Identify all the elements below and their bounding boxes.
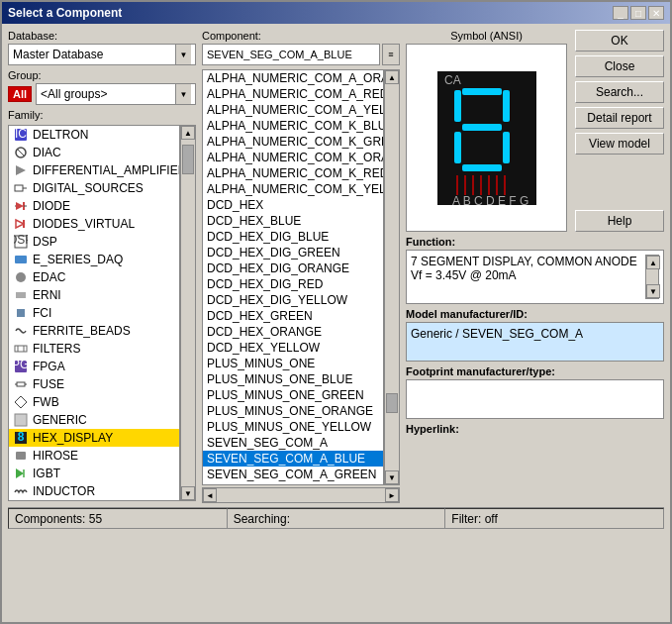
- group-arrow[interactable]: ▼: [175, 84, 191, 104]
- list-item[interactable]: DCD_HEX_DIG_BLUE: [203, 229, 383, 245]
- list-item[interactable]: PLUS_MINUS_ONE_GREEN: [203, 387, 383, 403]
- hscroll-left[interactable]: ◄: [203, 488, 217, 502]
- help-button[interactable]: Help: [575, 210, 664, 232]
- list-item[interactable]: DIAC: [9, 144, 179, 161]
- comp-hscrollbar[interactable]: ◄ ►: [202, 487, 400, 503]
- search-button[interactable]: Search...: [575, 81, 664, 103]
- svg-text:A B C D E F G: A B C D E F G: [452, 194, 528, 208]
- list-item[interactable]: FPGA FPGA: [9, 358, 179, 375]
- list-item[interactable]: IGBT: [9, 465, 179, 482]
- maximize-button[interactable]: □: [630, 6, 646, 20]
- database-combo[interactable]: Master Database ▼: [8, 44, 196, 65]
- comp-scroll-up[interactable]: ▲: [385, 70, 399, 84]
- comp-scrollbar[interactable]: ▲ ▼: [384, 69, 400, 485]
- list-item[interactable]: SEVEN_SEG_COM_A: [203, 435, 383, 451]
- list-item[interactable]: ALPHA_NUMERIC_COM_A_ORANGE: [203, 70, 383, 86]
- svg-rect-38: [454, 132, 461, 163]
- list-item[interactable]: ALPHA_NUMERIC_COM_K_ORANGE: [203, 150, 383, 165]
- list-item[interactable]: DCD_HEX_DIG_RED: [203, 276, 383, 292]
- svg-line-3: [18, 150, 24, 156]
- view-model-button[interactable]: View model: [575, 133, 664, 155]
- ok-button[interactable]: OK: [575, 30, 664, 52]
- hyperlink-label: Hyperlink:: [406, 423, 664, 435]
- fuse-icon: [13, 376, 29, 392]
- list-item[interactable]: DIFFERENTIAL_AMPLIFIER: [9, 161, 179, 179]
- list-item[interactable]: SEVEN_SEG_COM_A_ORANGE: [203, 482, 383, 485]
- diodes-virt-icon: [13, 216, 29, 232]
- function-scrollbar[interactable]: ▲ ▼: [645, 255, 659, 299]
- list-item[interactable]: DCD_HEX_BLUE: [203, 213, 383, 229]
- list-item[interactable]: DIODES_VIRTUAL: [9, 215, 179, 233]
- searching-text: Searching:: [234, 512, 290, 526]
- fn-scroll-down[interactable]: ▼: [646, 284, 660, 298]
- list-item[interactable]: DCD_HEX_DIG_YELLOW: [203, 292, 383, 308]
- list-item[interactable]: PLUS_MINUS_ONE: [203, 356, 383, 371]
- fn-scroll-up[interactable]: ▲: [646, 256, 660, 269]
- list-item[interactable]: DCD_HEX_ORANGE: [203, 324, 383, 340]
- list-item[interactable]: ALPHA_NUMERIC_COM_A_YELLOW: [203, 102, 383, 118]
- family-label: Family:: [8, 109, 196, 121]
- list-item[interactable]: PLUS_MINUS_ONE_BLUE: [203, 371, 383, 387]
- comp-scroll-down[interactable]: ▼: [385, 470, 399, 484]
- group-combo[interactable]: <All groups> ▼: [36, 83, 196, 105]
- list-item[interactable]: PLUS_MINUS_ONE_ORANGE: [203, 403, 383, 419]
- list-item[interactable]: ALPHA_NUMERIC_COM_K_RED: [203, 165, 383, 181]
- family-scroll-wrap: IC DELTRON DIAC DIFFERENTIAL_AMPLIFIER: [8, 125, 196, 501]
- list-item[interactable]: ALPHA_NUMERIC_COM_K_BLUE: [203, 118, 383, 134]
- database-arrow[interactable]: ▼: [175, 45, 191, 64]
- list-item[interactable]: E_SERIES_DAQ: [9, 251, 179, 268]
- ferrite-icon: [13, 323, 29, 339]
- list-item[interactable]: FWB: [9, 393, 179, 411]
- list-item[interactable]: DCD_HEX_DIG_ORANGE: [203, 260, 383, 276]
- list-item[interactable]: DCD_HEX_GREEN: [203, 308, 383, 324]
- svg-rect-19: [15, 346, 27, 352]
- list-item[interactable]: DIODE: [9, 197, 179, 215]
- list-item[interactable]: DIGITAL_SOURCES: [9, 179, 179, 197]
- function-text: 7 SEGMENT DISPLAY, COMMON ANODEVf = 3.45…: [411, 255, 645, 299]
- close-button[interactable]: Close: [575, 55, 664, 77]
- list-item[interactable]: EDAC: [9, 268, 179, 286]
- component-filter-btn[interactable]: ≡: [382, 44, 400, 65]
- close-button[interactable]: ✕: [648, 6, 664, 20]
- list-item[interactable]: SEVEN_SEG_COM_A_GREEN: [203, 467, 383, 482]
- list-item[interactable]: FUSE: [9, 375, 179, 393]
- list-item[interactable]: DCD_HEX_YELLOW: [203, 340, 383, 356]
- group-value: <All groups>: [41, 87, 107, 101]
- list-item[interactable]: HIROSE: [9, 447, 179, 465]
- list-item[interactable]: ALPHA_NUMERIC_COM_A_RED: [203, 86, 383, 102]
- detail-report-button[interactable]: Detail report: [575, 107, 664, 129]
- list-item[interactable]: ALPHA_NUMERIC_COM_K_YELLOW: [203, 181, 383, 197]
- top-section: Database: Master Database ▼ Group: All <…: [8, 30, 664, 503]
- components-text: Components: 55: [15, 512, 102, 526]
- buttons-col: OK Close Search... Detail report View mo…: [575, 30, 664, 232]
- list-item[interactable]: IC DELTRON: [9, 126, 179, 144]
- list-item[interactable]: ERNI: [9, 286, 179, 304]
- list-item[interactable]: DSP DSP: [9, 233, 179, 251]
- minimize-button[interactable]: _: [613, 6, 628, 20]
- scroll-up[interactable]: ▲: [181, 126, 195, 140]
- list-item[interactable]: FCI: [9, 304, 179, 322]
- list-item[interactable]: DCD_HEX: [203, 197, 383, 213]
- scroll-track: [181, 140, 195, 486]
- list-item[interactable]: GENERIC: [9, 411, 179, 429]
- list-item[interactable]: INDUCTOR: [9, 482, 179, 500]
- list-item[interactable]: 8 HEX_DISPLAY: [9, 429, 179, 447]
- svg-marker-7: [16, 202, 24, 210]
- comp-scroll-thumb[interactable]: [386, 393, 398, 413]
- main-window: Select a Component _ □ ✕ Database: Maste…: [0, 0, 672, 624]
- list-item[interactable]: PLUS_MINUS_ONE_YELLOW: [203, 419, 383, 435]
- list-item[interactable]: FILTERS: [9, 340, 179, 358]
- list-item[interactable]: ALPHA_NUMERIC_COM_K_GREEN: [203, 134, 383, 150]
- component-selected-value: SEVEN_SEG_COM_A_BLUE: [207, 49, 352, 60]
- list-item[interactable]: DCD_HEX_DIG_GREEN: [203, 245, 383, 260]
- list-item[interactable]: FERRITE_BEADS: [9, 322, 179, 340]
- svg-rect-36: [503, 90, 510, 122]
- scroll-thumb[interactable]: [182, 145, 194, 174]
- erni-icon: [13, 287, 29, 303]
- hscroll-right[interactable]: ►: [385, 488, 399, 502]
- middle-panel: Component: SEVEN_SEG_COM_A_BLUE ≡ ALPHA_…: [202, 30, 400, 503]
- family-scrollbar[interactable]: ▲ ▼: [180, 125, 196, 501]
- scroll-down[interactable]: ▼: [181, 486, 195, 500]
- hyperlink-section: Hyperlink:: [406, 423, 664, 437]
- list-item[interactable]: SEVEN_SEG_COM_A_BLUE: [203, 451, 383, 467]
